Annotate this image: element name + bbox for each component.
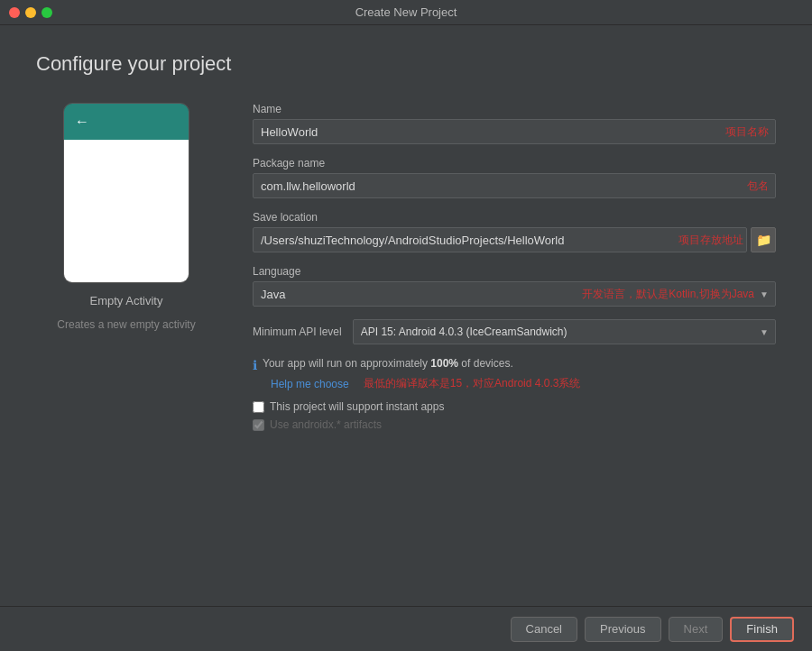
help-annotation: 最低的编译版本是15，对应Android 4.0.3系统 [364,376,581,391]
package-label: Package name [253,157,776,170]
form-panel: Name 项目名称 Package name 包名 Save location [253,103,776,597]
save-location-wrapper: 项目存放地址 📁 [253,227,776,252]
save-location-group: Save location 项目存放地址 📁 [253,211,776,252]
maximize-button[interactable] [42,7,52,18]
info-text: Your app will run on approximately 100% … [263,357,513,370]
name-label: Name [253,103,776,115]
package-group: Package name 包名 [253,157,776,198]
activity-label: Empty Activity [90,294,163,307]
phone-preview: ← [63,103,189,283]
info-suffix: of devices. [458,357,513,370]
language-group: Language Java Kotlin 开发语言，默认是Kotlin,切换为J… [253,265,776,307]
minimize-button[interactable] [25,7,36,18]
window-title: Create New Project [355,5,457,19]
page-title: Configure your project [36,52,776,76]
cancel-button[interactable]: Cancel [511,617,577,642]
api-level-select[interactable]: API 15: Android 4.0.3 (IceCreamSandwich)… [353,319,776,344]
help-me-choose-link[interactable]: Help me choose [271,378,349,390]
info-percent: 100% [430,357,458,370]
info-icon: ℹ [253,358,257,372]
instant-apps-row: This project will support instant apps [253,400,776,413]
info-section: ℹ Your app will run on approximately 100… [253,357,776,391]
main-content: Configure your project ← Empty Activity … [0,25,812,651]
save-location-input[interactable] [253,227,747,252]
description-label: Creates a new empty activity [57,318,195,331]
titlebar: Create New Project [0,0,812,25]
language-select[interactable]: Java Kotlin [253,281,776,307]
artifacts-checkbox[interactable] [253,419,264,431]
next-button[interactable]: Next [669,617,724,642]
traffic-lights [9,7,52,18]
name-input-wrapper: 项目名称 [253,119,776,144]
artifacts-row: Use androidx.* artifacts [253,418,776,431]
name-group: Name 项目名称 [253,103,776,144]
package-input[interactable] [253,173,776,198]
finish-button[interactable]: Finish [730,617,794,642]
folder-button[interactable]: 📁 [751,227,776,252]
name-input[interactable] [253,119,776,144]
content-row: ← Empty Activity Creates a new empty act… [36,103,776,597]
api-level-row: Minimum API level API 15: Android 4.0.3 … [253,319,776,344]
api-select-wrapper: API 15: Android 4.0.3 (IceCreamSandwich)… [353,319,776,344]
instant-apps-checkbox[interactable] [253,401,264,413]
close-button[interactable] [9,7,20,18]
back-arrow-icon: ← [75,114,89,130]
info-row: ℹ Your app will run on approximately 100… [253,357,776,372]
phone-header: ← [64,104,189,140]
instant-apps-label: This project will support instant apps [270,400,444,413]
bottom-bar: Cancel Previous Next Finish [0,606,812,651]
left-panel: ← Empty Activity Creates a new empty act… [36,103,217,597]
save-label: Save location [253,211,776,224]
api-label: Minimum API level [253,326,342,338]
previous-button[interactable]: Previous [585,617,661,642]
phone-body [64,140,189,283]
language-label: Language [253,265,776,278]
artifacts-label: Use androidx.* artifacts [270,418,382,431]
package-input-wrapper: 包名 [253,173,776,198]
info-prefix: Your app will run on approximately [263,357,430,370]
language-select-wrapper: Java Kotlin 开发语言，默认是Kotlin,切换为Java ▼ [253,281,776,307]
